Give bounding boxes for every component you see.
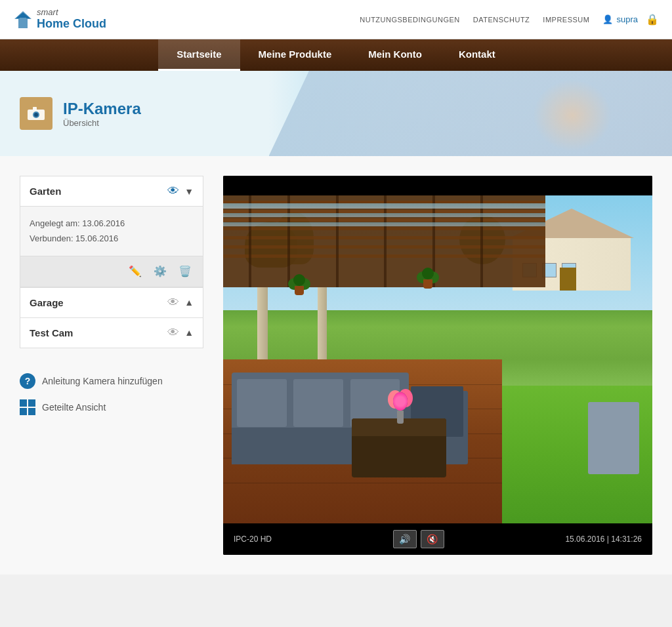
pergola-top bbox=[223, 195, 545, 287]
eye-icon-garage[interactable]: 👁 bbox=[167, 296, 179, 310]
camera-image bbox=[223, 195, 652, 523]
geteilte-label: Geteilte Ansicht bbox=[42, 402, 106, 413]
user-area: 👤 supra 🔒 bbox=[602, 13, 659, 26]
left-panel: Garten 👁 ▼ Angelegt am: 13.06.2016 Verbu… bbox=[20, 176, 203, 555]
svg-rect-5 bbox=[33, 107, 37, 110]
hanging-plant-2 bbox=[416, 268, 439, 300]
camera-details-garten: Angelegt am: 13.06.2016 Verbunden: 15.06… bbox=[20, 207, 203, 256]
camera-item-testcam: Test Cam 👁 ▲ bbox=[20, 318, 203, 348]
page-subtitle: Übersicht bbox=[63, 118, 141, 128]
svg-marker-1 bbox=[16, 12, 30, 18]
svg-point-4 bbox=[34, 113, 38, 117]
page-title: IP-Kamera bbox=[63, 100, 141, 118]
camera-datetime: 15.06.2016 | 14:31:26 bbox=[565, 535, 642, 544]
help-icon: ? bbox=[20, 373, 35, 389]
camera-feed-area: IPC-20 HD 🔊 🔇 15.06.2016 | 14:31:26 bbox=[223, 176, 652, 555]
camera-controls-garage: 👁 ▲ bbox=[167, 296, 194, 310]
chevron-garten: ▼ bbox=[184, 186, 194, 197]
camera-header-garten[interactable]: Garten 👁 ▼ bbox=[20, 176, 203, 207]
camera-name-garten: Garten bbox=[30, 186, 61, 197]
camera-controls-garten: 👁 ▼ bbox=[167, 184, 194, 198]
camera-header-testcam[interactable]: Test Cam 👁 ▲ bbox=[20, 318, 203, 348]
hero-title-area: IP-Kamera Übersicht bbox=[63, 100, 141, 128]
audio-off-button[interactable]: 🔇 bbox=[421, 530, 444, 548]
chevron-testcam: ▲ bbox=[184, 327, 194, 338]
camera-name-testcam: Test Cam bbox=[30, 327, 73, 338]
camera-item-garten: Garten 👁 ▼ Angelegt am: 13.06.2016 Verbu… bbox=[20, 176, 203, 288]
camera-hero-icon bbox=[20, 97, 52, 130]
coffee-table bbox=[352, 418, 446, 477]
eye-icon-garten[interactable]: 👁 bbox=[167, 184, 179, 198]
flower-vase bbox=[390, 392, 410, 425]
hero-banner: IP-Kamera Übersicht bbox=[0, 71, 672, 156]
logo-smart: smart bbox=[37, 8, 106, 17]
camera-model: IPC-20 HD bbox=[234, 535, 272, 544]
nav-impressum[interactable]: IMPRESSUM bbox=[543, 16, 589, 24]
camera-created-garten: Angelegt am: 13.06.2016 bbox=[30, 216, 194, 231]
main-nav: Startseite Meine Produkte Mein Konto Kon… bbox=[0, 39, 672, 71]
camera-controls-testcam: 👁 ▲ bbox=[167, 326, 194, 340]
camera-item-garage: Garage 👁 ▲ bbox=[20, 288, 203, 318]
feed-top-bar bbox=[223, 176, 652, 195]
user-icon: 👤 bbox=[602, 14, 613, 24]
camera-header-garage[interactable]: Garage 👁 ▲ bbox=[20, 288, 203, 317]
camera-name-garage: Garage bbox=[30, 297, 64, 308]
logo-icon bbox=[13, 10, 33, 30]
edit-button-garten[interactable]: ✏️ bbox=[125, 262, 145, 281]
chair-right bbox=[588, 402, 639, 474]
grid-icon bbox=[20, 399, 35, 415]
lock-icon: 🔒 bbox=[646, 13, 659, 26]
camera-actions-garten: ✏️ ⚙️ 🗑️ bbox=[20, 256, 203, 287]
logo-area: smart Home Cloud bbox=[13, 8, 106, 30]
hero-bg-image bbox=[269, 71, 672, 156]
delete-button-garten[interactable]: 🗑️ bbox=[175, 262, 195, 281]
nav-startseite[interactable]: Startseite bbox=[158, 39, 240, 71]
nav-kontakt[interactable]: Kontakt bbox=[440, 39, 514, 71]
nav-mein-konto[interactable]: Mein Konto bbox=[350, 39, 440, 71]
settings-button-garten[interactable]: ⚙️ bbox=[150, 262, 170, 281]
username: supra bbox=[616, 14, 638, 24]
geteilte-link[interactable]: Geteilte Ansicht bbox=[20, 394, 203, 420]
hanging-plant-1 bbox=[287, 274, 310, 307]
logo-text: smart Home Cloud bbox=[37, 8, 106, 30]
camera-audio-controls: 🔊 🔇 bbox=[393, 530, 444, 548]
content-area: Garten 👁 ▼ Angelegt am: 13.06.2016 Verbu… bbox=[0, 156, 672, 575]
top-header: smart Home Cloud NUTZUNGSBEDINGUNGEN DAT… bbox=[0, 0, 672, 39]
scene-container bbox=[223, 195, 652, 523]
audio-on-button[interactable]: 🔊 bbox=[393, 530, 417, 548]
user-info[interactable]: 👤 supra bbox=[602, 14, 638, 24]
camera-feed: IPC-20 HD 🔊 🔇 15.06.2016 | 14:31:26 bbox=[223, 176, 652, 555]
anleitung-label: Anleitung Kamera hinzufügen bbox=[42, 376, 163, 386]
bottom-links: ? Anleitung Kamera hinzufügen Geteilte A… bbox=[20, 368, 203, 420]
nav-meine-produkte[interactable]: Meine Produkte bbox=[240, 39, 350, 71]
camera-icon-svg bbox=[26, 106, 46, 121]
anleitung-link[interactable]: ? Anleitung Kamera hinzufügen bbox=[20, 368, 203, 394]
top-nav: NUTZUNGSBEDINGUNGEN DATENSCHUTZ IMPRESSU… bbox=[360, 13, 659, 26]
nav-nutzungsbedingungen[interactable]: NUTZUNGSBEDINGUNGEN bbox=[360, 16, 460, 24]
chevron-garage: ▲ bbox=[184, 297, 194, 308]
nav-datenschutz[interactable]: DATENSCHUTZ bbox=[473, 16, 530, 24]
camera-toolbar: IPC-20 HD 🔊 🔇 15.06.2016 | 14:31:26 bbox=[223, 523, 652, 555]
eye-icon-testcam[interactable]: 👁 bbox=[167, 326, 179, 340]
camera-connected-garten: Verbunden: 15.06.2016 bbox=[30, 231, 194, 246]
logo-home-cloud: Home Cloud bbox=[37, 18, 106, 31]
